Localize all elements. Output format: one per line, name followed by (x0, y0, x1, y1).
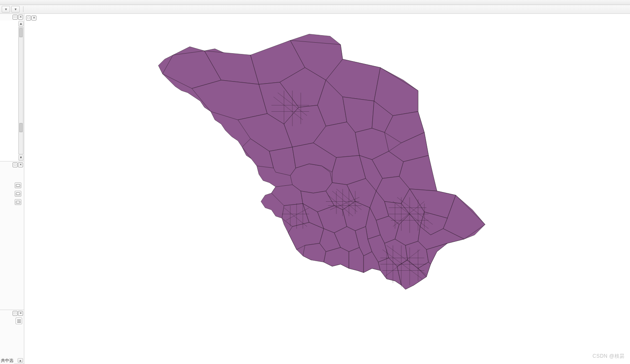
map-canvas[interactable]: □ ✕ (24, 14, 630, 364)
scroll-track[interactable] (18, 27, 23, 154)
scroll-thumb[interactable] (19, 123, 23, 132)
canvas-close[interactable]: ✕ (31, 15, 36, 21)
panel-bottom: □ ✕ ▲ (0, 310, 24, 364)
map-svg (24, 14, 630, 364)
panel-layers-content (0, 21, 18, 161)
canvas-maximize[interactable]: □ (26, 15, 31, 21)
toolbar-separator (23, 6, 23, 12)
panel-bottom-close[interactable]: ✕ (18, 311, 23, 316)
panel-layers: □ ✕ ▲ ▼ (0, 14, 24, 161)
panel-tools-close[interactable]: ✕ (18, 162, 23, 167)
scroll-up-icon[interactable]: ▲ (18, 358, 23, 363)
scroll-down-icon[interactable]: ▼ (18, 155, 23, 161)
toolbar: ▾ ▾ (0, 5, 630, 14)
scroll-thumb[interactable] (19, 28, 23, 37)
panel-tools-maximize[interactable]: □ (13, 162, 18, 167)
panel-layers-scrollbar[interactable]: ▲ ▼ (18, 21, 24, 161)
tool-print-2[interactable] (15, 191, 21, 197)
tool-print-3[interactable] (15, 199, 21, 205)
menubar-placeholder (0, 0, 630, 5)
sidebar: □ ✕ ▲ ▼ □ ✕ (0, 14, 24, 364)
tool-print-1[interactable] (15, 182, 21, 188)
toolbar-btn-1[interactable]: ▾ (2, 6, 10, 13)
map-subdivisions (163, 41, 485, 290)
status-text: 共中选 (0, 357, 14, 364)
toolbar-btn-2[interactable]: ▾ (11, 6, 20, 13)
panel-bottom-menu[interactable] (15, 318, 22, 324)
panel-bottom-maximize[interactable]: □ (13, 311, 18, 316)
panel-tools: □ ✕ (0, 161, 24, 310)
panel-layers-maximize[interactable]: □ (13, 15, 18, 20)
scroll-up-icon[interactable]: ▲ (18, 21, 23, 27)
panel-layers-close[interactable]: ✕ (18, 15, 23, 20)
